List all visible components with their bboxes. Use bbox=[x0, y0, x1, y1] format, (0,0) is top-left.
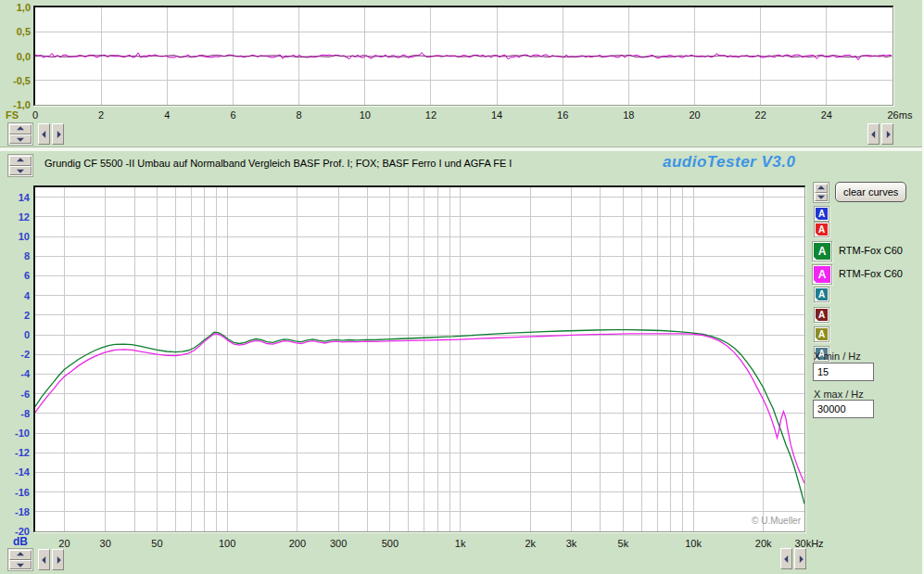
fr-vertical-scale-spinner[interactable] bbox=[7, 548, 33, 571]
spin-up-button[interactable] bbox=[815, 184, 828, 193]
arrow-down-icon bbox=[17, 564, 24, 568]
arrow-down-icon bbox=[17, 170, 24, 173]
spin-up-button[interactable] bbox=[9, 156, 32, 166]
oscilloscope-chart bbox=[33, 6, 893, 106]
x-tick-label: 20 bbox=[675, 109, 715, 121]
curve-toggle-6[interactable]: A bbox=[814, 307, 829, 323]
curve-label: RTM-Fox C60 bbox=[839, 245, 903, 256]
y-tick-label: 0 bbox=[0, 329, 30, 340]
arrow-down-icon bbox=[17, 138, 24, 142]
fr-horizontal-scroll-right-group[interactable] bbox=[780, 548, 806, 571]
curve-toggle-7[interactable]: A bbox=[814, 326, 829, 342]
arrow-up-icon bbox=[17, 552, 24, 555]
osc-vertical-scale-spinner[interactable] bbox=[7, 122, 33, 146]
y-tick-label: 10 bbox=[0, 231, 30, 242]
scroll-left-button[interactable] bbox=[780, 548, 792, 569]
x-tick-label: 26ms bbox=[880, 109, 920, 121]
x-tick-label: 50 bbox=[133, 538, 180, 549]
tile-fold bbox=[815, 317, 819, 322]
x-min-label: X min / Hz bbox=[814, 351, 861, 362]
scroll-left-button[interactable] bbox=[38, 549, 50, 570]
x-tick-label: 2 bbox=[81, 109, 121, 121]
y-tick-label: 8 bbox=[0, 250, 30, 261]
spin-down-button[interactable] bbox=[815, 193, 828, 202]
fr-horizontal-scroll-left-group[interactable] bbox=[38, 549, 64, 572]
x-min-input[interactable] bbox=[813, 363, 874, 381]
x-tick-label: 100 bbox=[204, 538, 250, 549]
spin-down-button[interactable] bbox=[9, 166, 32, 176]
y-tick-label: 4 bbox=[0, 290, 30, 301]
tile-fold bbox=[813, 256, 817, 261]
clear-curves-button[interactable]: clear curves bbox=[835, 182, 906, 202]
arrow-left-icon bbox=[784, 555, 788, 563]
x-tick-label: 18 bbox=[608, 109, 649, 121]
curve-toggle-5[interactable]: A bbox=[814, 287, 829, 302]
x-tick-label: 200 bbox=[274, 538, 321, 549]
osc-horizontal-scroll-right-group[interactable] bbox=[867, 123, 893, 147]
arrow-up-icon bbox=[17, 158, 24, 161]
x-tick-label: 16 bbox=[542, 109, 583, 121]
tile-fold bbox=[815, 297, 819, 301]
db-unit-label: dB bbox=[13, 535, 28, 548]
osc-horizontal-scroll-left-group[interactable] bbox=[38, 123, 64, 147]
x-tick-label: 14 bbox=[476, 109, 517, 121]
x-tick-label: 22 bbox=[740, 109, 781, 121]
y-tick-label: -18 bbox=[0, 506, 30, 517]
curve-toggle-3[interactable]: A bbox=[812, 241, 832, 261]
curve-label: RTM-Fox C60 bbox=[839, 268, 903, 279]
scroll-right-button[interactable] bbox=[794, 548, 806, 569]
x-tick-label: 10 bbox=[345, 109, 386, 121]
frequency-response-plot bbox=[35, 187, 804, 531]
curve-toggle-4[interactable]: A bbox=[812, 264, 832, 285]
scroll-left-button[interactable] bbox=[38, 123, 50, 145]
arrow-up-icon bbox=[17, 126, 24, 130]
x-max-label: X max / Hz bbox=[814, 389, 864, 400]
x-tick-label: 0 bbox=[15, 109, 56, 121]
x-tick-label: 24 bbox=[806, 109, 847, 121]
measurement-title: Grundig CF 5500 -II Umbau auf Normalband… bbox=[44, 158, 512, 169]
y-tick-label: -2 bbox=[0, 349, 30, 360]
scroll-right-button[interactable] bbox=[52, 549, 64, 570]
scroll-left-button[interactable] bbox=[867, 123, 880, 145]
arrow-up-icon bbox=[817, 185, 825, 189]
y-tick-label: -6 bbox=[0, 389, 30, 400]
y-tick-label: -8 bbox=[0, 408, 30, 419]
analyzer-vertical-scale-spinner[interactable] bbox=[7, 154, 33, 177]
scroll-right-button[interactable] bbox=[881, 123, 893, 145]
x-tick-label: 12 bbox=[411, 109, 451, 121]
x-tick-label: 300 bbox=[315, 538, 361, 549]
curve-toggle-1[interactable]: A bbox=[814, 206, 829, 222]
x-tick-label: 10k bbox=[670, 538, 716, 549]
arrow-right-icon bbox=[57, 131, 60, 138]
spin-up-button[interactable] bbox=[9, 550, 32, 560]
arrow-right-icon bbox=[886, 131, 890, 138]
scroll-right-button[interactable] bbox=[52, 123, 64, 145]
y-tick-label: 0,0 bbox=[2, 51, 31, 62]
y-tick-label: 0,5 bbox=[2, 26, 31, 37]
arrow-right-icon bbox=[799, 555, 803, 563]
audiotester-window: { "window": {"background": "#cde1c6"}, "… bbox=[0, 0, 924, 574]
y-tick-label: -14 bbox=[0, 466, 30, 478]
y-tick-label: 6 bbox=[0, 270, 30, 281]
spin-down-button[interactable] bbox=[9, 560, 32, 570]
arrow-left-icon bbox=[871, 131, 875, 138]
y-tick-label: 14 bbox=[0, 192, 30, 203]
x-max-input[interactable] bbox=[813, 400, 874, 418]
copyright-watermark: © U.Mueller bbox=[704, 516, 801, 526]
curve-rtm-fox-c60-1 bbox=[35, 334, 804, 483]
x-tick-label: 8 bbox=[279, 109, 320, 121]
y-tick-label: 1,0 bbox=[2, 2, 31, 13]
arrow-left-icon bbox=[42, 556, 45, 564]
legend-scroll-spinner[interactable] bbox=[813, 182, 829, 203]
spin-up-button[interactable] bbox=[9, 124, 32, 134]
y-tick-label: 12 bbox=[0, 211, 30, 223]
x-tick-label: 6 bbox=[212, 109, 253, 121]
x-tick-label: 4 bbox=[146, 109, 187, 121]
x-tick-label: 2k bbox=[507, 538, 553, 549]
x-tick-label: 5k bbox=[600, 538, 646, 549]
arrow-right-icon bbox=[57, 556, 60, 564]
curve-toggle-2[interactable]: A bbox=[814, 222, 829, 237]
panel-divider bbox=[0, 147, 924, 151]
x-tick-label: 1k bbox=[437, 538, 484, 549]
spin-down-button[interactable] bbox=[9, 134, 32, 145]
